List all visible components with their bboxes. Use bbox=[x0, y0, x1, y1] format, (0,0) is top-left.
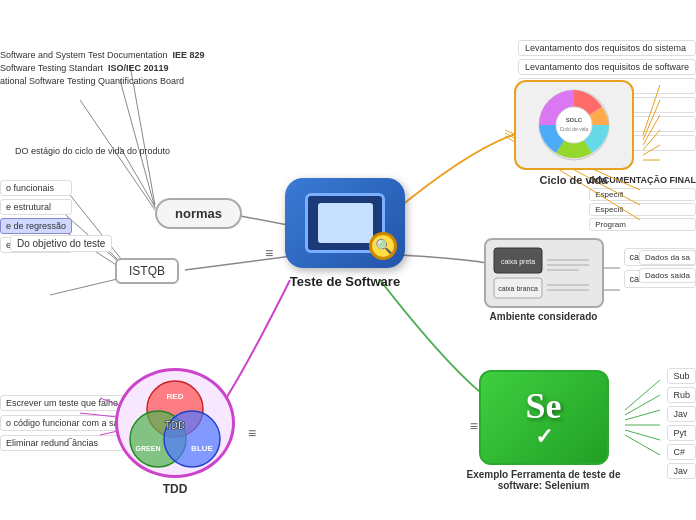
screen-icon bbox=[318, 203, 373, 243]
std-text: Software Testing Standart ISO/IEC 20119 bbox=[0, 63, 204, 73]
selenium-check-icon: ✓ bbox=[535, 426, 553, 448]
svg-point-32 bbox=[556, 107, 592, 143]
svg-text:TDD: TDD bbox=[165, 420, 186, 431]
ciclo-label: Ciclo de vida bbox=[501, 174, 646, 186]
svg-line-19 bbox=[625, 380, 660, 410]
selenium-item-4: C# bbox=[667, 444, 696, 460]
tdd-label: TDD bbox=[105, 482, 245, 496]
dados-entrada: Dados da sa bbox=[639, 250, 696, 265]
tdd-image: RED GREEN BLUE TDD bbox=[115, 368, 235, 478]
selenium-items-list: Sub Rub Jav Pyt C# Jav bbox=[667, 368, 696, 482]
normas-label: normas bbox=[175, 206, 222, 221]
istqb-label: ISTQB bbox=[129, 264, 165, 278]
main-menu-icon[interactable]: ≡ bbox=[265, 245, 273, 261]
svg-text:Ciclo de vida: Ciclo de vida bbox=[559, 126, 588, 132]
selenium-item-3: Pyt bbox=[667, 425, 696, 441]
tdd-node: RED GREEN BLUE TDD TDD bbox=[105, 368, 245, 496]
central-node: 🔍 Teste de Software bbox=[260, 178, 430, 289]
selenium-label: Exemplo Ferramenta de teste de software:… bbox=[466, 469, 621, 491]
ciclo-item-0: Levantamento dos requisitos do sistema bbox=[518, 40, 696, 56]
ciclo-item-1: Levantamento dos requisitos de software bbox=[518, 59, 696, 75]
selenium-menu-icon[interactable]: ≡ bbox=[470, 418, 478, 434]
svg-line-20 bbox=[625, 395, 660, 415]
objetivo-label: Do objetivo do teste bbox=[17, 238, 105, 249]
docfinal-item-0: Específi bbox=[589, 188, 696, 201]
selenium-image: Se ✓ bbox=[479, 370, 609, 465]
central-icon: 🔍 bbox=[285, 178, 405, 268]
svg-line-2 bbox=[130, 65, 155, 205]
ambiente-svg: caixa preta caixa branca bbox=[489, 243, 599, 303]
ambiente-label: Ambiente considerado bbox=[476, 311, 611, 322]
selenium-item-1: Rub bbox=[667, 387, 696, 403]
tdd-menu-icon[interactable]: ≡ bbox=[248, 425, 256, 441]
test-item-funcional: o funcionais bbox=[0, 180, 72, 196]
svg-text:BLUE: BLUE bbox=[191, 444, 213, 453]
ambiente-subitems: Dados da sa Dados saída bbox=[639, 250, 696, 283]
estagio-node: DO estágio do ciclo de vida do produto bbox=[15, 140, 170, 158]
tdd-svg: RED GREEN BLUE TDD bbox=[120, 371, 230, 476]
dados-saida: Dados saída bbox=[639, 268, 696, 283]
magnifier-icon: 🔍 bbox=[369, 232, 397, 260]
svg-text:caixa preta: caixa preta bbox=[500, 258, 534, 266]
ieee-section: Software and System Test Documentation I… bbox=[0, 50, 204, 86]
normas-node: normas bbox=[155, 198, 242, 229]
selenium-node: Se ✓ Exemplo Ferramenta de teste de soft… bbox=[466, 370, 621, 491]
docfinal-item-1: Específi bbox=[589, 203, 696, 216]
selenium-item-0: Sub bbox=[667, 368, 696, 384]
selenium-item-5: Jav bbox=[667, 463, 696, 479]
ambiente-image: caixa preta caixa branca bbox=[484, 238, 604, 308]
ambiente-node: caixa preta caixa branca Ambiente consid… bbox=[476, 238, 611, 322]
svg-line-24 bbox=[625, 435, 660, 455]
central-label: Teste de Software bbox=[260, 274, 430, 289]
ciclo-wheel-svg: SDLC Ciclo de vida bbox=[534, 85, 614, 165]
docfinal-item-2: Program bbox=[589, 218, 696, 231]
svg-text:RED: RED bbox=[167, 392, 184, 401]
objetivo-node: Do objetivo do teste bbox=[10, 235, 112, 252]
svg-text:SDLC: SDLC bbox=[565, 117, 582, 123]
selenium-se-text: Se bbox=[526, 388, 562, 424]
rational-text: ational Software Testing Quantifications… bbox=[0, 76, 204, 86]
istqb-node: ISTQB bbox=[115, 258, 179, 284]
ieee-text: Software and System Test Documentation I… bbox=[0, 50, 204, 60]
ciclo-image: SDLC Ciclo de vida bbox=[514, 80, 634, 170]
svg-line-23 bbox=[625, 430, 660, 440]
selenium-item-2: Jav bbox=[667, 406, 696, 422]
svg-text:caixa branca: caixa branca bbox=[498, 285, 538, 292]
svg-text:GREEN: GREEN bbox=[136, 445, 161, 452]
test-item-regressao: e de regressão bbox=[0, 218, 72, 234]
svg-line-21 bbox=[625, 410, 660, 420]
ciclo-node: SDLC Ciclo de vida Ciclo de vida bbox=[501, 80, 646, 186]
estagio-label: DO estágio do ciclo de vida do produto bbox=[15, 146, 170, 156]
selenium-logo: Se ✓ bbox=[526, 388, 562, 448]
test-item-estrutural: e estrutural bbox=[0, 199, 72, 215]
